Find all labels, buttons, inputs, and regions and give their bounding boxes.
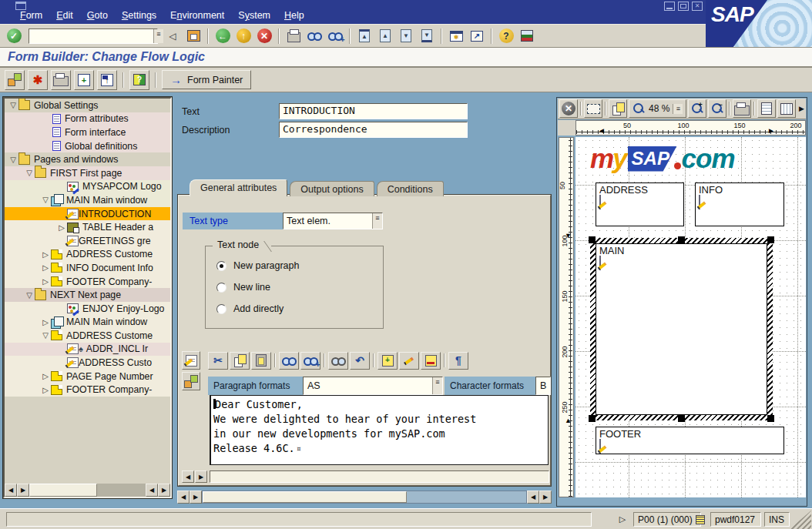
text-field[interactable]: INTRODUCTION [279, 103, 468, 119]
tree-expander-icon[interactable]: ▽ [8, 101, 18, 109]
exit-button[interactable]: ↑ [234, 27, 253, 45]
editor-toggle-button[interactable] [182, 351, 200, 370]
tree-item-next-next-page[interactable]: ▽NEXT Next page [5, 288, 170, 302]
tree-item-footer-company-[interactable]: ▷FOOTER Company- [5, 275, 170, 289]
scroll-right-button[interactable]: ▶ [158, 484, 170, 497]
previous-page-button[interactable]: ▲ [376, 27, 394, 45]
resize-handle[interactable] [767, 415, 774, 422]
paste-button[interactable] [251, 352, 271, 370]
edit-line-button[interactable] [399, 352, 419, 370]
painter-window-address[interactable]: ADDRESS [596, 182, 684, 226]
system-menu-icon[interactable] [15, 2, 26, 10]
scroll-right-button[interactable]: ▶ [17, 484, 29, 497]
maximize-button[interactable] [678, 2, 689, 11]
tree-expander-icon[interactable]: ▽ [24, 291, 35, 300]
scroll-left-button[interactable]: ◀ [527, 490, 539, 504]
painter-canvas[interactable]: mySAPcomADDRESSINFOMAINFOOTER [575, 137, 806, 497]
painter-window-body[interactable]: MAIN [596, 243, 767, 415]
scroll-right-button[interactable]: ▶ [195, 470, 207, 483]
tree-expander-icon[interactable]: ▷ [40, 250, 51, 259]
paragraph-formats-select[interactable]: AS ≡ [303, 377, 443, 395]
tree-expander-icon[interactable]: ▽ [40, 331, 51, 340]
menu-form[interactable]: Form [20, 10, 42, 24]
cut-button[interactable]: ✂ [208, 352, 228, 370]
tree-expander-icon[interactable]: ▷ [40, 263, 51, 272]
margin-marker-icon[interactable]: ◄ [598, 127, 606, 135]
dropdown-icon[interactable]: ≡ [372, 213, 382, 229]
radio-button[interactable] [216, 304, 226, 314]
tree-expander-icon[interactable]: ▽ [40, 196, 51, 204]
scroll-right-button[interactable]: ▶ [539, 490, 552, 504]
tree-item-global-definitions[interactable]: Global definitions [5, 139, 170, 153]
menu-help[interactable]: Help [284, 10, 304, 24]
first-page-button[interactable]: ▲ [355, 27, 374, 45]
scrollbar-track[interactable] [210, 470, 549, 483]
tree-expander-icon[interactable]: ▷ [40, 372, 51, 380]
enter-button[interactable]: ✓ [5, 27, 23, 45]
new-session-button[interactable]: ✱ [447, 27, 465, 45]
text-editor[interactable]: Dear Customer,We were delighted to hear … [210, 395, 549, 465]
tree-item-form-interface[interactable]: Form interface [5, 126, 170, 139]
painter-window-info[interactable]: INFO [695, 182, 784, 226]
menu-system[interactable]: System [238, 10, 270, 24]
tree-expander-icon[interactable]: ▽ [24, 169, 35, 177]
tree-item-introduction[interactable]: INTRODUCTION [5, 207, 170, 221]
find-next-button[interactable]: + [300, 352, 320, 370]
scrollbar-track[interactable] [29, 484, 146, 497]
tree-item-enjoy-enjoy-logo[interactable]: ENJOY Enjoy-Logo [5, 302, 170, 316]
resize-handle[interactable] [678, 236, 685, 243]
tree-item-pages-and-windows[interactable]: ▽Pages and windows [5, 152, 170, 166]
page-layout-button[interactable] [757, 99, 776, 118]
status-expand-button[interactable]: ▷ [616, 513, 629, 526]
tab-output-options[interactable]: Output options [290, 181, 374, 196]
tree-item-address-custome[interactable]: ▽ADDRESS Custome [5, 329, 170, 343]
select-area-button[interactable] [584, 99, 602, 118]
shortcut-button[interactable]: ↗ [468, 27, 486, 45]
scroll-left-button[interactable]: ◀ [146, 484, 158, 497]
editor-structure-button[interactable] [182, 372, 200, 390]
display-button[interactable] [328, 352, 348, 370]
find-next-button[interactable]: + [326, 27, 344, 45]
scrollbar-track[interactable] [202, 490, 527, 504]
close-button[interactable]: ✕ [692, 2, 703, 11]
paragraph-button[interactable]: ¶ [448, 352, 468, 370]
command-input[interactable] [29, 29, 153, 43]
tab-general-attributes[interactable]: General attributes [190, 179, 287, 196]
print-preview-button[interactable] [733, 99, 751, 118]
toolbar-overflow-button[interactable]: ▶ [799, 105, 804, 112]
margin-marker-icon[interactable]: ▼ [565, 232, 572, 239]
margin-marker-icon[interactable]: ▲ [565, 417, 572, 424]
find-button[interactable] [279, 352, 299, 370]
resize-handle[interactable] [589, 415, 596, 422]
radio-button[interactable] [216, 283, 226, 293]
radio-option-new-line[interactable]: New line [216, 282, 270, 293]
tree-item-global-settings[interactable]: ▽Global Settings [5, 99, 170, 112]
zoom-control[interactable]: 48 %≡ [629, 99, 686, 118]
tree-item-info-document-info[interactable]: ▷INFO Document Info [5, 261, 170, 275]
delete-line-button[interactable] [421, 352, 441, 370]
services-list-icon[interactable] [696, 515, 705, 524]
resize-handle[interactable] [767, 236, 774, 243]
tree-item-footer-company-[interactable]: ▷FOOTER Company- [5, 383, 170, 397]
collapse-button[interactable]: ◁ [163, 27, 182, 45]
tree-item-page-page-number[interactable]: ▷PAGE Page Number [5, 370, 170, 383]
scrollbar-thumb[interactable] [29, 484, 97, 497]
scroll-left-button[interactable]: ◀ [177, 490, 190, 504]
tree-item-address-custo[interactable]: ADDRESS Custo [5, 356, 170, 370]
scroll-left-button[interactable]: ◀ [5, 484, 17, 497]
tree-item-main-main-window[interactable]: ▷MAIN Main window [5, 316, 170, 330]
copy-button[interactable] [230, 352, 250, 370]
upload-button[interactable]: ↑ [97, 70, 117, 90]
resize-handle[interactable] [678, 415, 685, 422]
tree-item-form-attributes[interactable]: Form attributes [5, 112, 170, 126]
description-field[interactable]: Correspondence [279, 122, 468, 138]
close-button[interactable]: ✕ [559, 99, 578, 118]
tree-item-table-header-a[interactable]: ▷TABLE Header a [5, 220, 170, 234]
dropdown-icon[interactable]: ≡ [673, 104, 683, 114]
tab-conditions[interactable]: Conditions [377, 181, 444, 196]
tree-expander-icon[interactable]: ▷ [40, 277, 51, 286]
status-system-field[interactable]: P00 (1) (000) [633, 512, 701, 527]
radio-option-new-paragraph[interactable]: New paragraph [216, 260, 299, 271]
dropdown-icon[interactable]: ≡ [432, 377, 442, 394]
tree-expander-icon[interactable]: ▷ [56, 223, 67, 232]
